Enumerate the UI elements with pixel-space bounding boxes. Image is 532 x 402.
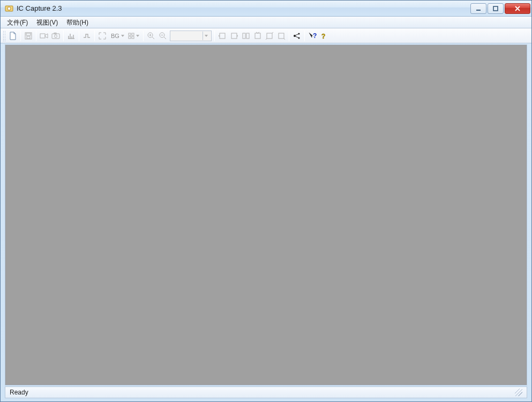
context-help-button[interactable]: ? xyxy=(306,30,318,42)
svg-rect-7 xyxy=(40,34,45,38)
flip-h-button[interactable] xyxy=(240,30,252,42)
svg-rect-23 xyxy=(279,33,284,39)
toolbar-separator xyxy=(143,31,144,41)
svg-rect-20 xyxy=(246,33,249,39)
snapshot-button[interactable] xyxy=(50,30,62,42)
fit-button[interactable] xyxy=(96,30,108,42)
menu-view[interactable]: 视图(V) xyxy=(32,17,62,28)
svg-rect-8 xyxy=(52,34,59,39)
status-text: Ready xyxy=(10,389,515,396)
svg-text:?: ? xyxy=(321,33,325,40)
toolbar-separator xyxy=(79,31,79,41)
background-button[interactable]: BG xyxy=(108,30,126,42)
video-button[interactable] xyxy=(38,30,50,42)
toolbar-separator xyxy=(304,31,305,41)
zoom-out-button[interactable] xyxy=(157,30,169,42)
client-area xyxy=(5,44,527,385)
minimize-button[interactable] xyxy=(470,3,486,14)
toolbar-separator xyxy=(20,31,21,41)
zoom-combo[interactable] xyxy=(170,31,212,41)
bg-label: BG xyxy=(110,33,121,39)
toolbar-separator xyxy=(36,31,36,41)
svg-rect-3 xyxy=(493,6,498,11)
svg-rect-13 xyxy=(129,36,131,39)
crop-button[interactable] xyxy=(275,30,287,42)
svg-rect-14 xyxy=(132,36,134,39)
maximize-button[interactable] xyxy=(488,3,504,14)
rotate-cw-button[interactable] xyxy=(228,30,240,42)
svg-rect-5 xyxy=(26,33,31,35)
resize-grip-icon[interactable] xyxy=(515,389,522,396)
toolbar-separator xyxy=(214,31,215,41)
app-window: IC Capture 2.3 文件(F) 视图(V) 帮助(H) xyxy=(0,0,532,402)
roi-button[interactable] xyxy=(264,30,275,42)
close-button[interactable] xyxy=(505,3,530,14)
layout-button[interactable] xyxy=(126,30,141,42)
menu-help[interactable]: 帮助(H) xyxy=(62,17,93,28)
svg-rect-21 xyxy=(255,33,260,39)
svg-rect-22 xyxy=(267,33,272,39)
svg-rect-6 xyxy=(27,36,30,39)
svg-point-1 xyxy=(8,7,11,10)
new-button[interactable] xyxy=(7,30,19,42)
toolbar-separator xyxy=(289,31,289,41)
video-canvas xyxy=(5,45,527,385)
menubar: 文件(F) 视图(V) 帮助(H) xyxy=(1,17,531,28)
trigger-button[interactable] xyxy=(81,30,93,42)
window-title: IC Capture 2.3 xyxy=(17,4,469,12)
flip-v-button[interactable] xyxy=(252,30,264,42)
svg-text:?: ? xyxy=(313,32,317,40)
toolbar-separator xyxy=(94,31,95,41)
svg-rect-11 xyxy=(129,33,131,35)
chevron-down-icon xyxy=(203,32,210,40)
toolbar: BG xyxy=(1,28,531,43)
zoom-in-button[interactable] xyxy=(145,30,157,42)
app-icon xyxy=(5,4,13,13)
svg-rect-2 xyxy=(476,10,481,11)
svg-rect-18 xyxy=(231,33,237,39)
device-button[interactable] xyxy=(291,30,303,42)
toolbar-separator xyxy=(63,31,64,41)
menu-file[interactable]: 文件(F) xyxy=(3,17,32,28)
svg-rect-17 xyxy=(220,33,225,39)
window-controls xyxy=(469,3,530,14)
rotate-ccw-button[interactable] xyxy=(216,30,228,42)
svg-point-9 xyxy=(55,35,57,37)
titlebar: IC Capture 2.3 xyxy=(1,1,531,17)
statusbar: Ready xyxy=(5,386,527,398)
svg-rect-12 xyxy=(132,33,134,35)
histogram-button[interactable] xyxy=(65,30,77,42)
help-button[interactable]: ? xyxy=(318,30,330,42)
toolbar-grip xyxy=(3,31,6,41)
svg-rect-19 xyxy=(243,33,245,39)
save-button[interactable] xyxy=(23,30,34,42)
